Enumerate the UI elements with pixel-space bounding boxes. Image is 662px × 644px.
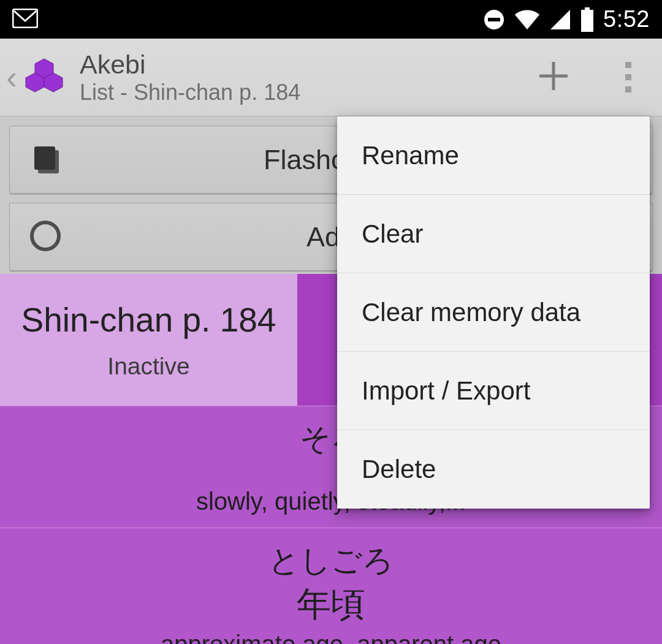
vocab-item[interactable]: としごろ 年頃 approximate age, apparent age <box>0 528 662 644</box>
svg-rect-3 <box>585 7 590 10</box>
context-menu: Rename Clear Clear memory data Import / … <box>337 116 650 509</box>
add-button[interactable] <box>537 59 570 95</box>
app-icon[interactable] <box>20 53 69 102</box>
battery-icon <box>580 7 595 32</box>
list-name: Shin-chan p. 184 <box>21 300 276 339</box>
app-subtitle: List - Shin-chan p. 184 <box>80 80 300 105</box>
menu-item-clear[interactable]: Clear <box>337 195 650 273</box>
menu-item-clear-memory[interactable]: Clear memory data <box>337 273 650 352</box>
vocab-meaning: approximate age, apparent age <box>0 631 662 644</box>
svg-rect-2 <box>488 18 500 21</box>
app-title: Akebi <box>80 50 300 80</box>
svg-rect-4 <box>581 10 593 32</box>
vocab-kanji: 年頃 <box>0 581 662 628</box>
back-button[interactable]: ‹ <box>6 58 17 96</box>
wifi-icon <box>514 9 541 31</box>
overflow-menu-button[interactable] <box>625 62 631 93</box>
list-status: Inactive <box>107 353 189 380</box>
status-bar: 5:52 <box>0 0 662 39</box>
deck-icon <box>28 140 65 180</box>
svg-rect-11 <box>34 146 55 170</box>
menu-item-rename[interactable]: Rename <box>337 116 650 195</box>
menu-item-import-export[interactable]: Import / Export <box>337 352 650 430</box>
active-list-tile[interactable]: Shin-chan p. 184 Inactive <box>0 274 297 406</box>
svg-rect-0 <box>13 9 37 28</box>
svg-point-12 <box>32 222 59 249</box>
circle-icon <box>28 219 63 256</box>
cell-icon <box>549 9 571 31</box>
status-time: 5:52 <box>603 6 650 32</box>
vocab-reading: としごろ <box>0 540 662 581</box>
menu-item-delete[interactable]: Delete <box>337 430 650 509</box>
app-bar: ‹ Akebi List - Shin-chan p. 184 <box>0 39 662 116</box>
dnd-icon <box>483 9 505 31</box>
gmail-icon <box>12 9 38 28</box>
